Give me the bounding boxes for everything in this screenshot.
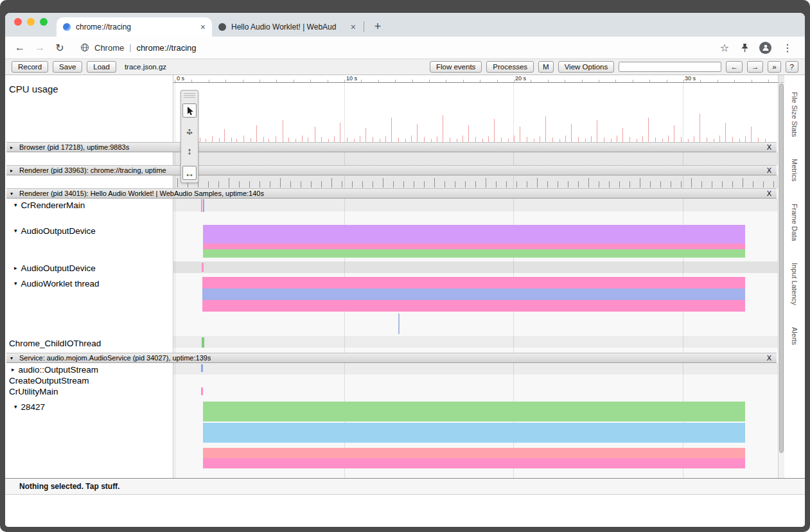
audiooutputdevice-collapsed-track[interactable]: [173, 262, 778, 273]
thread-label[interactable]: ▾28427: [14, 402, 45, 412]
trace-slice[interactable]: [202, 300, 745, 312]
disclosure-triangle-icon[interactable]: ▾: [14, 403, 17, 410]
trace-slice[interactable]: [202, 288, 745, 300]
cpu-usage-spike: [450, 137, 450, 142]
thread-label[interactable]: ▾AudioWorklet thread: [14, 278, 100, 288]
browser-window: chrome://tracing × Hello Audio Worklet! …: [5, 13, 805, 527]
disclosure-triangle-icon[interactable]: ▸: [12, 366, 15, 373]
trace-event-mark[interactable]: [202, 263, 204, 272]
minimize-window-button[interactable]: [27, 18, 35, 26]
disclosure-triangle-icon[interactable]: ▾: [10, 355, 16, 361]
close-track-button[interactable]: X: [767, 166, 771, 174]
url-text: chrome://tracing: [136, 43, 196, 53]
trace-slice[interactable]: [203, 225, 745, 244]
close-track-button[interactable]: X: [767, 143, 771, 151]
side-tab-alerts[interactable]: Alerts: [791, 327, 798, 345]
trace-slice[interactable]: [202, 277, 745, 288]
bookmark-star-icon[interactable]: ☆: [719, 42, 730, 54]
disclosure-triangle-icon[interactable]: ▸: [14, 265, 17, 271]
selection-tool-button[interactable]: [182, 103, 197, 118]
help-button[interactable]: ?: [786, 61, 798, 73]
metrics-button[interactable]: M: [538, 61, 554, 73]
side-tab-input-latency[interactable]: Input Latency: [791, 263, 798, 305]
timing-tool-button[interactable]: ↔: [182, 166, 197, 180]
tab-close-icon[interactable]: ×: [351, 22, 356, 32]
forward-button[interactable]: →: [34, 42, 46, 53]
trace-slice[interactable]: [203, 448, 745, 458]
zoom-window-button[interactable]: [40, 18, 48, 26]
load-button[interactable]: Load: [87, 61, 116, 73]
thread-label[interactable]: CrUtilityMain: [9, 386, 58, 396]
address-bar[interactable]: Chrome | chrome://tracing: [80, 43, 197, 53]
scrollbar-thumb[interactable]: [779, 84, 784, 453]
palette-drag-grip-icon[interactable]: [184, 93, 195, 98]
process-header[interactable]: ▸Browser (pid 17218), uptime:9883sX: [6, 142, 777, 152]
thread-label[interactable]: ▾AudioOutputDevice: [14, 226, 96, 236]
trace-event-mark[interactable]: [398, 314, 400, 334]
browser-process-track[interactable]: [173, 152, 778, 165]
trace-tick: [660, 181, 661, 188]
processes-button[interactable]: Processes: [486, 61, 534, 73]
side-tab-frame-data[interactable]: Frame Data: [791, 204, 798, 241]
disclosure-triangle-icon[interactable]: ▸: [10, 145, 16, 150]
tab-tracing[interactable]: chrome://tracing ×: [57, 17, 212, 37]
disclosure-triangle-icon[interactable]: ▾: [14, 202, 17, 208]
disclosure-triangle-icon[interactable]: ▾: [14, 227, 17, 234]
trace-slice[interactable]: [203, 458, 745, 468]
close-window-button[interactable]: [14, 18, 22, 26]
trace-event-mark[interactable]: [201, 199, 202, 212]
scrollbar-top-button[interactable]: [779, 75, 784, 83]
crrenderermain-track[interactable]: [173, 199, 778, 211]
record-button[interactable]: Record: [12, 61, 48, 73]
trace-slice[interactable]: [203, 244, 745, 249]
process-header[interactable]: ▸Renderer (pid 33963): chrome://tracing,…: [6, 165, 777, 175]
childiothread-track[interactable]: [173, 336, 778, 348]
vertical-zoom-tool-button[interactable]: ↕: [182, 143, 197, 157]
cpu-usage-spike: [276, 136, 276, 142]
vertical-scrollbar[interactable]: [778, 75, 784, 478]
thread-label[interactable]: ▾CrRendererMain: [14, 200, 85, 210]
outputstream-track[interactable]: [173, 363, 778, 375]
trace-tick: [568, 181, 568, 188]
flow-events-button[interactable]: Flow events: [430, 61, 482, 73]
pan-tool-button[interactable]: ↔ ↕: [182, 123, 197, 137]
tab-close-icon[interactable]: ×: [200, 22, 206, 32]
timeline-ruler[interactable]: 0 s10 s20 s30 s: [173, 75, 778, 83]
thread-label[interactable]: CreateOutputStream: [9, 375, 89, 386]
cpu-usage-spike: [437, 136, 437, 142]
reload-button[interactable]: ↻: [54, 42, 66, 54]
trace-slice[interactable]: [203, 423, 745, 443]
more-options-button[interactable]: »: [768, 61, 780, 73]
trace-event-mark[interactable]: [202, 337, 204, 348]
extensions-pin-icon[interactable]: [741, 43, 749, 53]
disclosure-triangle-icon[interactable]: ▸: [10, 168, 16, 173]
disclosure-triangle-icon[interactable]: ▾: [14, 280, 17, 287]
thread-label[interactable]: ▸audio::OutputStream: [12, 364, 98, 375]
trace-tick: [722, 181, 723, 188]
browser-menu-button[interactable]: ⋮: [782, 42, 793, 54]
close-track-button[interactable]: X: [767, 354, 771, 362]
new-tab-button[interactable]: +: [369, 17, 386, 35]
process-header[interactable]: ▾Renderer (pid 34015): Hello Audio Workl…: [6, 188, 777, 199]
close-track-button[interactable]: X: [767, 190, 771, 197]
thread-label[interactable]: Chrome_ChildIOThread: [9, 338, 101, 348]
back-button[interactable]: ←: [14, 42, 26, 53]
find-next-button[interactable]: →: [747, 61, 764, 73]
save-button[interactable]: Save: [53, 61, 82, 73]
timeline-search-input[interactable]: [619, 62, 721, 72]
trace-event-mark[interactable]: [203, 199, 204, 212]
thread-label[interactable]: ▸AudioOutputDevice: [14, 263, 96, 273]
find-previous-button[interactable]: ←: [726, 61, 743, 73]
trace-event-mark[interactable]: [201, 387, 203, 395]
view-options-button[interactable]: View Options: [558, 61, 615, 73]
side-tab-metrics[interactable]: Metrics: [791, 159, 798, 181]
profile-avatar[interactable]: [759, 42, 771, 54]
tab-webaudio[interactable]: Hello Audio Worklet! | WebAud ×: [212, 17, 362, 37]
trace-tick: [547, 181, 548, 188]
side-tab-file-size-stats[interactable]: File Size Stats: [791, 92, 798, 137]
disclosure-triangle-icon[interactable]: ▾: [10, 191, 16, 197]
trace-event-mark[interactable]: [201, 364, 203, 372]
process-header[interactable]: ▾Service: audio.mojom.AudioService (pid …: [6, 353, 777, 363]
trace-slice[interactable]: [203, 249, 745, 258]
trace-slice[interactable]: [203, 402, 745, 421]
